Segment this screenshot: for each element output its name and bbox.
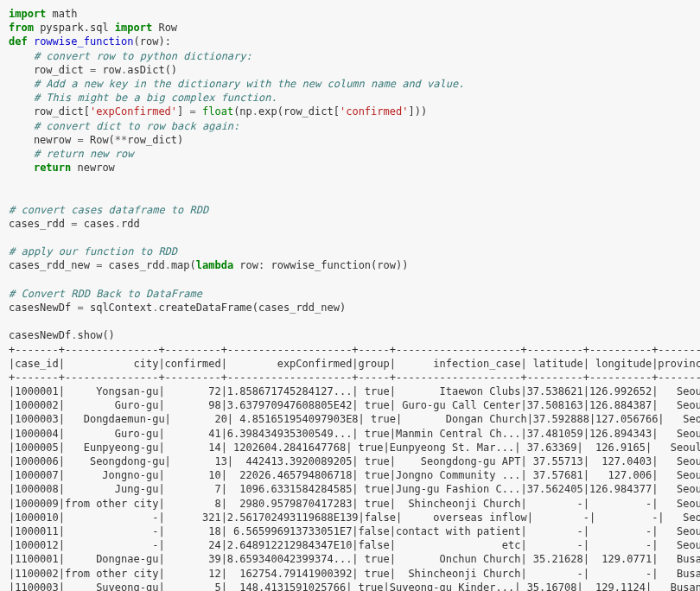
- table-sep: +-------+---------------+---------+-----…: [9, 344, 700, 356]
- table-row: |1000011| -| 18| 6.565996913733051E7|fal…: [9, 525, 700, 537]
- table-row: |1000005| Eunpyeong-gu| 14| 1202604.2841…: [9, 442, 700, 454]
- table-row: |1000008| Jung-gu| 7| 1096.6331584284585…: [9, 483, 700, 495]
- table-row: |1100002|from other city| 12| 162754.791…: [9, 568, 700, 580]
- table-row: |1000012| -| 24|2.648912212984347E10|fal…: [9, 539, 700, 551]
- table-sep: +-------+---------------+---------+-----…: [9, 372, 700, 384]
- table-row: |1100001| Dongnae-gu| 39|8.6593400423993…: [9, 553, 700, 565]
- table-row: |1000010| -| 321|2.561702493119688E139|f…: [9, 512, 700, 524]
- table-row: |1000001| Yongsan-gu| 72|1.8586717452841…: [9, 385, 700, 397]
- table-row: |1000004| Guro-gu| 41|6.398434935300549.…: [9, 428, 700, 440]
- table-row: |1000009|from other city| 8| 2980.957987…: [9, 498, 700, 510]
- table-row: |1100003| Suyeong-gu| 5| 148.41315910257…: [9, 581, 700, 591]
- table-row: |1000002| Guro-gu| 98|3.637970947608805E…: [9, 399, 700, 411]
- table-header: |case_id| city|confirmed| expConfirmed|g…: [9, 358, 700, 370]
- code-block: import math from pyspark.sql import Row …: [9, 7, 691, 343]
- table-row: |1000007| Jongno-gu| 10| 22026.465794806…: [9, 469, 700, 481]
- table-row: |1000006| Seongdong-gu| 13| 442413.39200…: [9, 455, 700, 467]
- table-row: |1000003| Dongdaemun-gu| 20| 4.851651954…: [9, 413, 700, 425]
- output-table: +-------+---------------+---------+-----…: [9, 343, 691, 592]
